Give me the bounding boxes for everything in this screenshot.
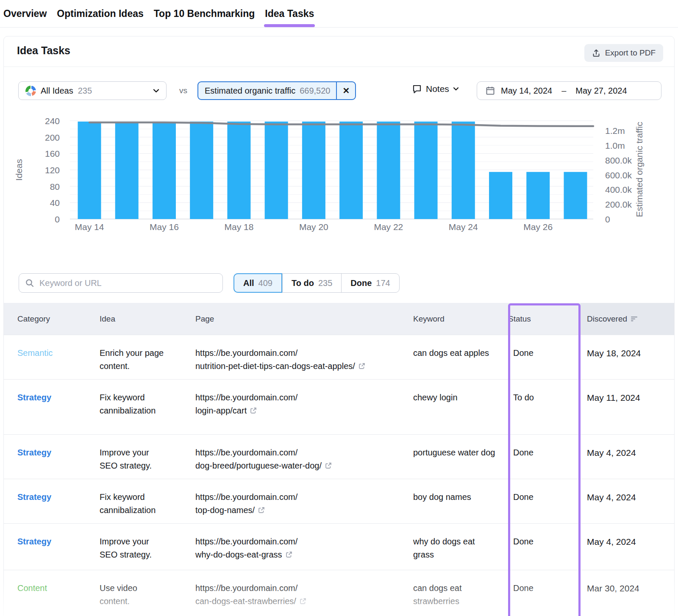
status-cell: To do [508, 380, 587, 434]
filter-all-button[interactable]: All 409 [233, 273, 282, 293]
tab-optimization-ideas[interactable]: Optimization Ideas [57, 0, 143, 28]
page-cell: https://be.yourdomain.com/ nutrition-pet… [195, 335, 413, 379]
notes-label: Notes [426, 84, 449, 94]
notes-dropdown[interactable]: Notes [412, 84, 459, 94]
category-link[interactable]: Content [17, 583, 47, 593]
category-link[interactable]: Semantic [17, 348, 53, 358]
discovered-cell: May 11, 2024 [587, 380, 674, 434]
page-cell: https://be.yourdomain.com/ can-dogs-eat-… [195, 570, 413, 616]
search-icon [25, 278, 34, 288]
date-range-start: May 14, 2024 [501, 86, 552, 96]
keyword-cell: can dogs eat apples [413, 335, 508, 379]
ideas-filter-dropdown[interactable]: All Ideas 235 [18, 81, 167, 100]
metric-chip[interactable]: Estimated organic traffic 669,520 ✕ [197, 81, 356, 100]
keyword-cell: why do dogs eat grass [413, 524, 508, 570]
page-title: Idea Tasks [17, 44, 70, 57]
table-header-row: Category Idea Page Keyword Status Discov… [4, 303, 674, 335]
date-range-picker[interactable]: May 14, 2024 – May 27, 2024 [477, 81, 661, 100]
page-cell: https://be.yourdomain.com/ dog-breed/por… [195, 435, 413, 479]
table-row: Strategy Fix keyword cannibalization htt… [4, 479, 674, 523]
idea-cell: Improve your SEO strategy. [100, 524, 195, 570]
filter-done-label: Done [350, 278, 372, 288]
keyword-cell: portuguese water dog [413, 435, 508, 479]
tab-top-10-benchmarking[interactable]: Top 10 Benchmarking [154, 0, 255, 28]
search-input[interactable] [19, 273, 223, 293]
page-url-domain: https://be.yourdomain.com/ [195, 347, 413, 360]
tab-overview[interactable]: Overview [3, 0, 47, 28]
column-header-status: Status [508, 314, 587, 324]
ideas-dropdown-count: 235 [78, 86, 92, 96]
category-link[interactable]: Strategy [17, 393, 51, 402]
filter-todo-button[interactable]: To do 235 [282, 274, 341, 292]
table-row: Strategy Fix keyword cannibalization htt… [4, 379, 674, 434]
external-link-icon[interactable] [258, 506, 265, 514]
discovered-cell: May 4, 2024 [587, 524, 674, 570]
page-url-path: can-dogs-eat-strawberries/ [195, 597, 296, 606]
keyword-cell: chewy login [413, 380, 508, 434]
column-header-keyword: Keyword [413, 314, 508, 324]
date-range-end: May 27, 2024 [575, 86, 627, 96]
filter-all-count: 409 [258, 278, 272, 288]
date-range-separator: – [561, 86, 566, 96]
status-cell: Done [508, 435, 587, 479]
status-cell: Done [508, 479, 587, 523]
external-link-icon[interactable] [358, 362, 366, 370]
discovered-cell: May 4, 2024 [587, 435, 674, 479]
category-link[interactable]: Strategy [17, 448, 51, 457]
table-row: Strategy Improve your SEO strategy. http… [4, 434, 674, 479]
discovered-label: Discovered [587, 314, 627, 324]
column-header-page: Page [195, 314, 413, 324]
external-link-icon[interactable] [285, 551, 293, 558]
discovered-cell: May 18, 2024 [587, 335, 674, 379]
export-to-pdf-button[interactable]: Export to PDF [584, 44, 663, 62]
status-cell: Done [508, 524, 587, 570]
sort-descending-icon [631, 316, 638, 322]
calendar-icon [486, 86, 495, 95]
column-header-discovered[interactable]: Discovered [581, 303, 674, 335]
ideas-dropdown-label: All Ideas [41, 86, 73, 96]
chevron-down-icon [153, 89, 159, 93]
table-row: Strategy Improve your SEO strategy. http… [4, 523, 674, 570]
idea-cell: Improve your SEO strategy. [100, 435, 195, 479]
metric-chip-close-icon[interactable]: ✕ [337, 86, 355, 96]
column-header-idea: Idea [100, 314, 195, 324]
discovered-cell: Mar 30, 2024 [587, 570, 674, 616]
page-url-path: login-app/cart [195, 406, 247, 415]
external-link-icon[interactable] [325, 462, 332, 469]
idea-cell: Use video content. [100, 570, 195, 616]
chevron-down-icon [453, 87, 459, 91]
page-cell: https://be.yourdomain.com/ top-dog-names… [195, 479, 413, 523]
search-wrap [19, 273, 223, 293]
external-link-icon[interactable] [250, 407, 257, 414]
export-label: Export to PDF [605, 48, 656, 58]
page-url-domain: https://be.yourdomain.com/ [195, 535, 413, 548]
filter-done-count: 174 [376, 278, 390, 288]
filter-all-label: All [243, 278, 254, 288]
page-cell: https://be.yourdomain.com/ login-app/car… [195, 380, 413, 434]
page-cell: https://be.yourdomain.com/ why-do-dogs-e… [195, 524, 413, 570]
idea-cell: Fix keyword cannibalization [100, 380, 195, 434]
idea-cell: Enrich your page content. [100, 335, 195, 379]
filter-done-button[interactable]: Done 174 [341, 274, 399, 292]
status-cell: Done [508, 570, 587, 616]
column-header-category: Category [17, 314, 100, 324]
page-url-domain: https://be.yourdomain.com/ [195, 446, 413, 459]
page-url-path: why-do-dogs-eat-grass [195, 550, 282, 559]
notes-comment-icon [412, 84, 422, 94]
filter-todo-count: 235 [318, 278, 332, 288]
page-url-domain: https://be.yourdomain.com/ [195, 582, 413, 595]
tab-idea-tasks[interactable]: Idea Tasks [265, 0, 314, 28]
metric-chip-label: Estimated organic traffic [205, 86, 295, 96]
page-url-domain: https://be.yourdomain.com/ [195, 491, 413, 504]
category-link[interactable]: Strategy [17, 537, 51, 546]
status-cell: Done [508, 335, 587, 379]
idea-tasks-table: Category Idea Page Keyword Status Discov… [4, 303, 674, 616]
discovered-cell: May 4, 2024 [587, 479, 674, 523]
top-tab-nav: Overview Optimization Ideas Top 10 Bench… [0, 0, 678, 28]
card-header: Idea Tasks Export to PDF [4, 36, 674, 67]
external-link-icon[interactable] [299, 597, 307, 605]
page-url-path: top-dog-names/ [195, 505, 255, 515]
category-link[interactable]: Strategy [17, 492, 51, 502]
filter-todo-label: To do [292, 278, 314, 288]
status-filter-segmented: All 409 To do 235 Done 174 [233, 273, 400, 293]
